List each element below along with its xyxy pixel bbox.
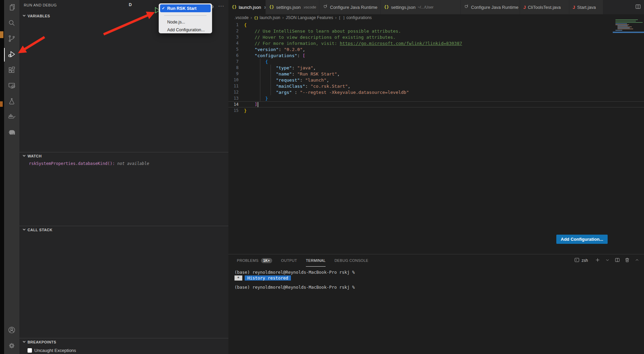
section-header-call-stack[interactable]: CALL STACK (19, 226, 228, 234)
watch-expression-row[interactable]: rskSystemProperties.databaseKind(): not … (19, 160, 228, 166)
activity-item-settings[interactable] (4, 338, 19, 354)
maximize-panel-chevron-icon[interactable] (634, 257, 640, 264)
line-number[interactable]: 14 (228, 102, 244, 107)
panel-tab-problems[interactable]: PROBLEMS1K+ (237, 254, 272, 267)
minimap-line (617, 29, 633, 29)
activity-item-accounts[interactable] (4, 323, 19, 338)
tab-configure-java-runtime[interactable]: Configure Java Runtime (460, 0, 520, 14)
panel-tab-debug-console[interactable]: DEBUG CONSOLE (334, 254, 368, 267)
line-number[interactable]: 2 (228, 29, 244, 33)
activity-item-explorer[interactable] (4, 0, 19, 16)
activity-item-run-and-debug[interactable] (4, 47, 19, 63)
menu-item-label: Run RSK Start (167, 6, 196, 11)
line-number[interactable]: 4 (228, 41, 244, 46)
line-number[interactable]: 15 (228, 108, 244, 113)
minimap[interactable] (613, 19, 644, 35)
line-number[interactable]: 9 (228, 71, 244, 76)
breadcrumb: .vscode›{}launch.json›JSON Language Feat… (228, 14, 644, 21)
code-line-9[interactable]: 9 "name": "Run RSK Start", (228, 71, 644, 77)
line-number[interactable]: 3 (228, 35, 244, 39)
breakpoint-checkbox[interactable] (28, 348, 32, 353)
section-header-breakpoints[interactable]: BREAKPOINTS (19, 338, 228, 346)
activity-item-remote-explorer[interactable] (4, 78, 19, 94)
code-editor[interactable]: 1{2 // Use IntelliSense to learn about p… (228, 21, 644, 235)
code-line-5[interactable]: 5 "version": "0.2.0", (228, 46, 644, 52)
line-content: { (244, 22, 247, 28)
line-number[interactable]: 5 (228, 47, 244, 52)
tab-clitoolstest-java[interactable]: JCliToolsTest.java (520, 0, 569, 14)
breadcrumb-item--vscode[interactable]: .vscode (234, 15, 248, 20)
line-number[interactable]: 13 (228, 96, 244, 101)
code-line-14[interactable]: 14 ] (228, 101, 644, 107)
breadcrumb-item-json-language-features[interactable]: JSON Language Features (286, 15, 333, 20)
terminal-dropdown-chevron-icon[interactable] (605, 257, 610, 264)
minimap-current-line (613, 32, 644, 33)
watch-expression: rskSystemProperties.databaseKind(): (29, 161, 115, 166)
array-symbol-icon: [ ] (338, 16, 345, 20)
more-actions-icon[interactable]: ··· (218, 3, 224, 8)
code-line-1[interactable]: 1{ (228, 22, 644, 28)
text-cursor (258, 102, 258, 107)
minimap-line (615, 23, 627, 24)
code-line-12[interactable]: 12 "args" : "--regtest -Xkeyvalue.dataso… (228, 89, 644, 95)
breadcrumb-item-launch-json[interactable]: {}launch.json (254, 15, 280, 20)
tab-label: launch.json (239, 5, 261, 10)
activity-item-docker[interactable] (4, 109, 19, 125)
code-line-3[interactable]: 3 // Hover to view descriptions of exist… (228, 34, 644, 40)
code-line-4[interactable]: 4 // For more information, visit: https:… (228, 40, 644, 46)
activity-item-gradle[interactable] (4, 125, 19, 141)
line-content: } (244, 96, 268, 101)
breakpoint-row: Uncaught Exceptions (19, 346, 228, 353)
kill-terminal-trash-icon[interactable] (624, 257, 630, 264)
menu-item-node-js-[interactable]: Node.js... (160, 18, 211, 26)
line-number[interactable]: 7 (228, 59, 244, 64)
code-line-8[interactable]: 8 "type": "java", (228, 65, 644, 71)
split-terminal-icon[interactable] (614, 257, 620, 264)
panel-tab-terminal[interactable]: TERMINAL (306, 254, 326, 267)
menu-item-run-rsk-start[interactable]: ✓Run RSK Start (160, 4, 211, 12)
code-line-13[interactable]: 13 } (228, 95, 644, 101)
breadcrumb-separator: › (282, 15, 284, 20)
activity-item-source-control[interactable] (4, 31, 19, 47)
terminal-icon (574, 257, 580, 264)
tab-settings-json[interactable]: {}settings.json~/.../User (381, 0, 460, 14)
code-line-11[interactable]: 11 "mainClass": "co.rsk.Start", (228, 83, 644, 89)
code-line-15[interactable]: 15} (228, 107, 644, 114)
terminal-instance-selector[interactable]: zsh (574, 257, 588, 264)
minimap-line (617, 27, 632, 27)
terminal-output[interactable]: (base) reynoldmorel@Reynolds-MacBook-Pro… (234, 269, 355, 290)
line-number[interactable]: 6 (228, 53, 244, 58)
code-line-2[interactable]: 2 // Use IntelliSense to learn about pos… (228, 28, 644, 34)
line-number[interactable]: 12 (228, 90, 244, 95)
line-number[interactable]: 11 (228, 84, 244, 88)
split-editor-icon[interactable] (635, 3, 641, 11)
line-number[interactable]: 8 (228, 65, 244, 70)
tab-start-java[interactable]: JStart.java (569, 0, 603, 14)
account-icon (7, 326, 16, 336)
breadcrumb-label: JSON Language Features (286, 15, 333, 20)
activity-item-extensions[interactable] (4, 63, 19, 78)
new-terminal-icon[interactable] (595, 257, 601, 264)
chevron-down-icon (22, 153, 28, 159)
minimap-line (615, 30, 622, 31)
line-number[interactable]: 10 (228, 78, 244, 82)
breadcrumb-item-configurations[interactable]: [ ]configurations (338, 15, 372, 20)
activity-item-search[interactable] (4, 16, 19, 31)
code-line-10[interactable]: 10 "request": "launch", (228, 77, 644, 83)
tab-configure-java-runtime[interactable]: Configure Java Runtime (319, 0, 381, 14)
minimap-line (615, 24, 629, 25)
activity-item-testing[interactable] (4, 94, 19, 109)
section-label: CALL STACK (28, 228, 52, 232)
line-number[interactable]: 1 (228, 22, 244, 27)
panel-tab-output[interactable]: OUTPUT (281, 254, 297, 267)
tab-launch-json[interactable]: {}launch.json× (228, 0, 266, 14)
section-header-watch[interactable]: WATCH (19, 152, 228, 160)
add-configuration-button[interactable]: Add Configuration... (556, 235, 608, 244)
tab-settings-json[interactable]: {}settings.json.vscode (266, 0, 319, 14)
code-line-7[interactable]: 7 { (228, 58, 644, 65)
code-line-6[interactable]: 6 "configurations": [ (228, 52, 644, 58)
breadcrumb-separator: › (250, 15, 252, 20)
tab-label: settings.json (391, 5, 415, 10)
line-content: "configurations": [ (244, 53, 305, 58)
menu-item-add-configuration-[interactable]: Add Configuration... (160, 26, 211, 34)
